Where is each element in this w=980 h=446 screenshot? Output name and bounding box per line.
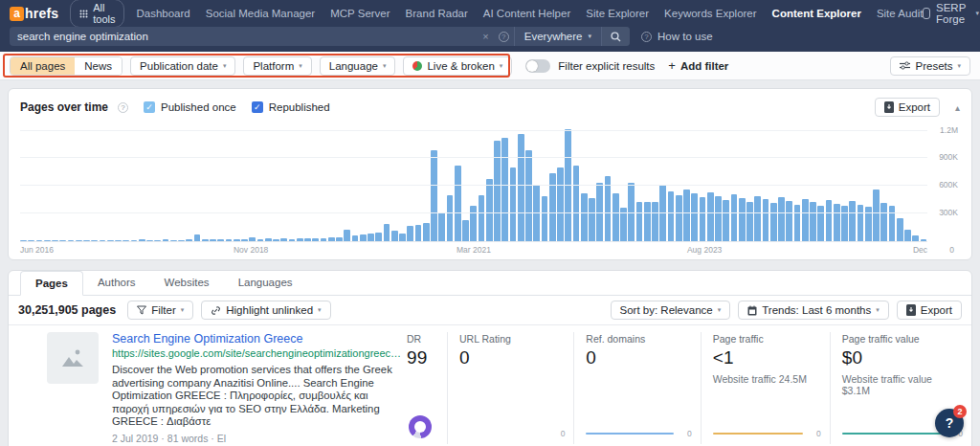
- chart-bar[interactable]: [510, 167, 517, 241]
- republished-checkbox[interactable]: ✓ Republished: [252, 101, 330, 113]
- publication-date-filter[interactable]: Publication date ▾: [130, 56, 235, 76]
- chart-bar[interactable]: [904, 230, 911, 241]
- chart-bar[interactable]: [241, 239, 248, 241]
- chart-bar[interactable]: [368, 234, 374, 241]
- chart-bar[interactable]: [455, 166, 461, 241]
- tab-pages[interactable]: Pages: [20, 271, 83, 296]
- chart-bar[interactable]: [518, 134, 524, 241]
- published-once-checkbox[interactable]: ✓ Published once: [144, 101, 236, 113]
- nav-item-dashboard[interactable]: Dashboard: [136, 8, 189, 19]
- search-input[interactable]: [10, 27, 478, 46]
- chart-bar[interactable]: [525, 150, 532, 241]
- chart-bar[interactable]: [360, 234, 367, 241]
- chart-bar[interactable]: [170, 240, 177, 241]
- chart-help-icon[interactable]: ?: [118, 102, 128, 113]
- chart-bar[interactable]: [115, 240, 122, 241]
- search-help-icon[interactable]: ?: [494, 27, 514, 46]
- highlight-unlinked-button[interactable]: Highlight unlinked ▾: [201, 301, 330, 320]
- chart-bar[interactable]: [676, 195, 682, 241]
- chart-bar[interactable]: [770, 203, 777, 241]
- chart-bar[interactable]: [786, 201, 792, 241]
- presets-button[interactable]: Presets ▾: [890, 56, 970, 76]
- chart-bar[interactable]: [399, 234, 406, 241]
- chart-bar[interactable]: [462, 220, 469, 241]
- account-menu[interactable]: SERP Forge ▾: [923, 2, 979, 25]
- all-tools-button[interactable]: All tools: [70, 0, 124, 28]
- chart-bar[interactable]: [873, 190, 880, 241]
- chart-bar[interactable]: [573, 166, 580, 241]
- tab-authors[interactable]: Authors: [83, 271, 150, 296]
- chart-bar[interactable]: [100, 240, 106, 241]
- chart-bar[interactable]: [186, 239, 192, 241]
- chart-bar[interactable]: [889, 206, 896, 241]
- chart-bar[interactable]: [328, 237, 335, 241]
- chart-bar[interactable]: [612, 193, 619, 241]
- chart-bar[interactable]: [312, 238, 319, 241]
- chart-bar[interactable]: [59, 240, 66, 241]
- segment-all-pages[interactable]: All pages: [11, 57, 75, 75]
- chart-bar[interactable]: [273, 239, 279, 241]
- chart-bar[interactable]: [715, 196, 722, 241]
- chart-bar[interactable]: [210, 239, 216, 241]
- chart-bar[interactable]: [826, 200, 833, 241]
- chart-bar[interactable]: [321, 238, 327, 241]
- chart-bar[interactable]: [549, 173, 556, 241]
- chart-bar[interactable]: [589, 198, 595, 241]
- chart-bar[interactable]: [636, 202, 643, 241]
- chart-bar[interactable]: [352, 235, 359, 241]
- chart-bar[interactable]: [384, 224, 390, 241]
- chart-bar[interactable]: [668, 191, 675, 241]
- chart-bar[interactable]: [131, 240, 138, 241]
- segment-news[interactable]: News: [75, 57, 122, 75]
- chart-bar[interactable]: [52, 240, 58, 241]
- chart-bar[interactable]: [202, 239, 209, 241]
- chart-bar[interactable]: [91, 240, 98, 241]
- chart-bar[interactable]: [44, 240, 51, 241]
- chart-bar[interactable]: [249, 237, 256, 241]
- chart-bar[interactable]: [257, 239, 264, 241]
- chart-bar[interactable]: [146, 240, 153, 241]
- chart-bar[interactable]: [178, 240, 185, 241]
- chart-bar[interactable]: [763, 199, 769, 241]
- clear-search-icon[interactable]: ×: [478, 27, 493, 46]
- search-scope-select[interactable]: Everywhere ▾: [514, 27, 601, 46]
- tab-languages[interactable]: Languages: [224, 271, 307, 296]
- tab-websites[interactable]: Websites: [150, 271, 224, 296]
- chart-bar[interactable]: [897, 218, 903, 241]
- chart-bar[interactable]: [194, 234, 201, 241]
- chart-bar[interactable]: [739, 198, 746, 241]
- collapse-chart-icon[interactable]: ▴: [955, 102, 960, 113]
- chart-bar[interactable]: [731, 194, 738, 241]
- chart-bar[interactable]: [470, 206, 477, 242]
- chart-bar[interactable]: [644, 202, 651, 241]
- chart-bar[interactable]: [234, 239, 240, 241]
- chart-bar[interactable]: [834, 204, 840, 241]
- sort-by-select[interactable]: Sort by: Relevance ▾: [611, 301, 731, 320]
- nav-item-mcp-server[interactable]: MCP Server: [330, 8, 390, 19]
- chart-bar[interactable]: [336, 237, 343, 241]
- chart-bar[interactable]: [849, 201, 856, 241]
- chart-bar[interactable]: [36, 240, 43, 241]
- chart-bar[interactable]: [754, 196, 761, 241]
- chart-bar[interactable]: [423, 223, 430, 241]
- help-fab-button[interactable]: ? 2: [935, 409, 964, 437]
- chart-bar[interactable]: [107, 240, 114, 241]
- chart-bar[interactable]: [841, 206, 848, 241]
- chart-bar[interactable]: [652, 202, 658, 241]
- chart-bar[interactable]: [778, 197, 785, 241]
- nav-item-brand-radar[interactable]: Brand Radar: [406, 8, 468, 19]
- chart-bar[interactable]: [83, 240, 90, 241]
- language-filter[interactable]: Language ▾: [320, 56, 396, 76]
- chart-bar[interactable]: [581, 193, 588, 241]
- chart-bar[interactable]: [858, 205, 864, 241]
- result-title-link[interactable]: Search Engine Optimization Greece: [112, 332, 403, 346]
- chart-bar[interactable]: [494, 141, 501, 241]
- platform-filter[interactable]: Platform ▾: [243, 56, 311, 76]
- chart-export-button[interactable]: Export: [875, 98, 940, 117]
- chart-bar[interactable]: [163, 239, 169, 241]
- filter-button[interactable]: Filter ▾: [127, 301, 193, 320]
- chart-bar[interactable]: [265, 238, 272, 241]
- chart-bar[interactable]: [486, 179, 493, 241]
- chart-bar[interactable]: [501, 138, 508, 241]
- search-button[interactable]: [601, 27, 630, 46]
